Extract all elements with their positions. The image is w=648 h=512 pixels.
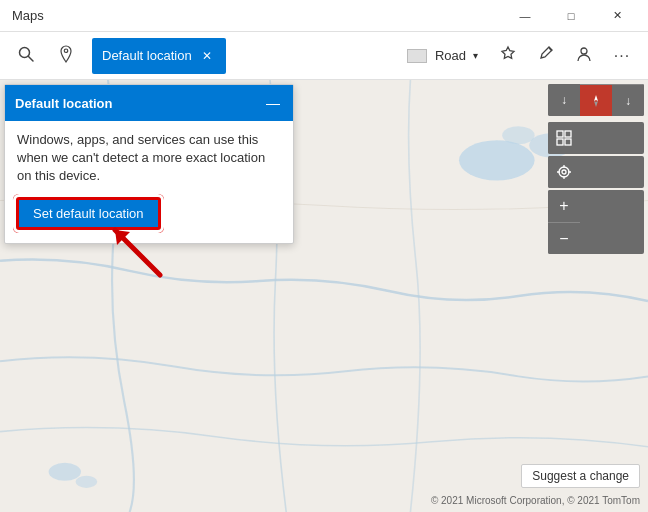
road-view-dropdown[interactable]: Road ▾ <box>399 44 486 67</box>
svg-point-8 <box>76 476 98 488</box>
zoom-out-button[interactable]: − <box>548 222 580 254</box>
svg-point-2 <box>581 48 587 54</box>
road-label: Road <box>435 48 466 63</box>
maximize-button[interactable]: □ <box>548 0 594 32</box>
popup-body: Windows, apps, and services can use this… <box>5 121 293 243</box>
grid-view-group <box>548 122 644 154</box>
zoom-group: + − <box>548 190 644 254</box>
svg-rect-13 <box>557 131 563 137</box>
chevron-down-icon: ▾ <box>473 50 478 61</box>
profile-icon <box>575 45 593 67</box>
svg-marker-11 <box>594 95 598 101</box>
svg-rect-16 <box>565 139 571 145</box>
draw-button[interactable] <box>528 38 564 74</box>
set-default-location-button[interactable]: Set default location <box>17 198 160 229</box>
search-button[interactable] <box>8 38 44 74</box>
popup-description: Windows, apps, and services can use this… <box>17 131 281 186</box>
compass-left-button[interactable]: ↓ <box>548 84 580 116</box>
titlebar: Maps — □ ✕ <box>0 0 648 32</box>
toolbar: Default location ✕ Road ▾ <box>0 32 648 80</box>
location-button[interactable] <box>48 38 84 74</box>
svg-point-7 <box>49 463 81 481</box>
map-area[interactable]: Default location — Windows, apps, and se… <box>0 80 648 512</box>
compass-group: ↓ ↓ <box>548 84 644 116</box>
road-icon <box>407 49 427 63</box>
profile-button[interactable] <box>566 38 602 74</box>
default-location-tab-label: Default location <box>102 48 192 63</box>
more-icon: ··· <box>614 47 630 65</box>
svg-point-18 <box>562 170 566 174</box>
svg-point-6 <box>502 126 534 144</box>
default-location-popup: Default location — Windows, apps, and se… <box>4 84 294 244</box>
gps-button[interactable] <box>548 156 580 188</box>
svg-point-4 <box>459 140 535 180</box>
search-icon <box>17 45 35 67</box>
location-icon <box>57 45 75 67</box>
svg-rect-15 <box>557 139 563 145</box>
grid-view-button[interactable] <box>548 122 580 154</box>
suggest-change-button[interactable]: Suggest a change <box>521 464 640 488</box>
favorites-icon <box>499 45 517 67</box>
default-location-tab[interactable]: Default location ✕ <box>92 38 226 74</box>
svg-rect-14 <box>565 131 571 137</box>
window-controls: — □ ✕ <box>502 0 640 32</box>
compass-center-button[interactable] <box>580 84 612 116</box>
more-button[interactable]: ··· <box>604 38 640 74</box>
copyright-text: © 2021 Microsoft Corporation, © 2021 Tom… <box>431 495 640 506</box>
favorites-button[interactable] <box>490 38 526 74</box>
toolbar-right-actions: ··· <box>490 38 640 74</box>
main-area: Default location — Windows, apps, and se… <box>0 80 648 512</box>
compass-right-button[interactable]: ↓ <box>612 84 644 116</box>
svg-marker-12 <box>594 101 598 107</box>
popup-minimize-button[interactable]: — <box>263 93 283 113</box>
popup-title: Default location <box>15 96 113 111</box>
zoom-in-button[interactable]: + <box>548 190 580 222</box>
svg-point-17 <box>559 167 569 177</box>
popup-header: Default location — <box>5 85 293 121</box>
map-controls: ↓ ↓ <box>548 84 644 254</box>
gps-group <box>548 156 644 188</box>
minimize-button[interactable]: — <box>502 0 548 32</box>
draw-icon <box>537 45 555 67</box>
default-location-tab-close-button[interactable]: ✕ <box>198 47 216 65</box>
svg-line-1 <box>29 56 34 61</box>
app-title: Maps <box>12 8 44 23</box>
close-button[interactable]: ✕ <box>594 0 640 32</box>
